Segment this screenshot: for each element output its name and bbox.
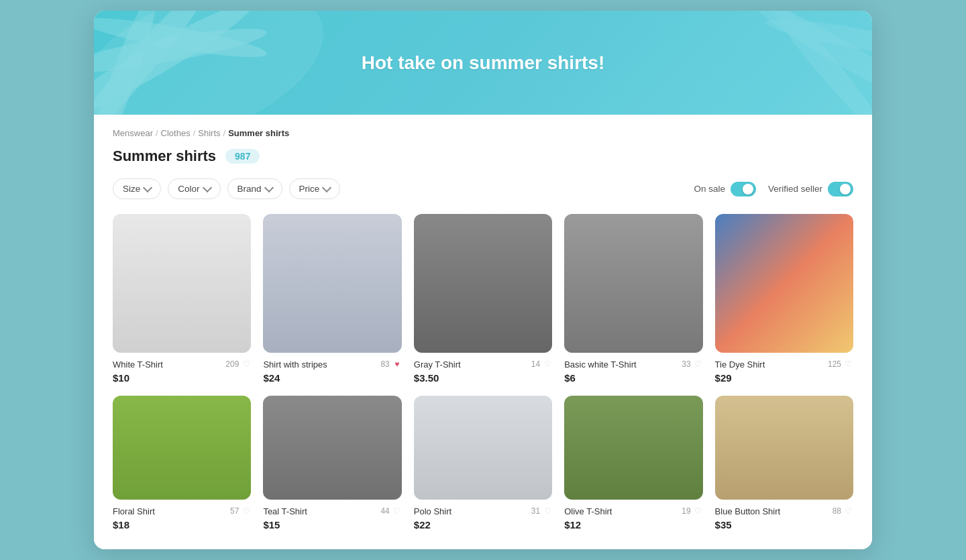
product-card[interactable]: Gray T-Shirt 14 ♡ $3.50 [414,214,552,383]
product-likes: 209 ♡ [225,359,251,369]
product-name: Blue Button Shirt [715,506,781,516]
product-name: Teal T-Shirt [263,506,307,516]
product-photo [414,214,552,352]
product-meta: Blue Button Shirt 88 ♡ [715,506,853,516]
breadcrumb-menswear[interactable]: Menswear [113,128,153,138]
product-image [715,396,853,500]
main-container: Hot take on summer shirts! Menswear / Cl… [94,11,872,549]
product-meta: Gray T-Shirt 14 ♡ [414,359,552,370]
products-grid: White T-Shirt 209 ♡ $10 Shirt with strip… [113,214,853,530]
product-name: Olive T-Shirt [564,506,612,516]
product-card[interactable]: Blue Button Shirt 88 ♡ $35 [715,396,853,530]
product-name: Polo Shirt [414,506,451,516]
hero-banner: Hot take on summer shirts! [94,11,872,115]
product-photo [564,214,702,352]
product-like-count: 31 [531,506,540,516]
product-photo [414,396,552,500]
price-filter-button[interactable]: Price [289,178,341,199]
verified-seller-toggle-group: Verified seller [768,182,853,197]
product-card[interactable]: White T-Shirt 209 ♡ $10 [113,214,251,383]
product-likes: 57 ♡ [230,506,251,516]
product-likes: 125 ♡ [828,359,853,369]
product-meta: White T-Shirt 209 ♡ [113,359,251,370]
product-card[interactable]: Polo Shirt 31 ♡ $22 [414,396,552,530]
product-meta: Olive T-Shirt 19 ♡ [564,506,702,516]
breadcrumb-shirts[interactable]: Shirts [198,128,220,138]
product-card[interactable]: Shirt with stripes 83 ♥ $24 [263,214,401,383]
on-sale-toggle-group: On sale [694,182,756,197]
product-image [564,214,702,352]
on-sale-toggle[interactable] [731,182,756,197]
product-price: $18 [113,519,251,530]
product-like-count: 83 [380,359,389,369]
product-likes: 83 ♥ [380,359,401,369]
product-likes: 88 ♡ [833,506,853,516]
heart-icon[interactable]: ♥ [392,359,402,369]
product-photo [263,396,401,500]
product-card[interactable]: Tie Dye Shirt 125 ♡ $29 [715,214,853,383]
breadcrumb-sep-2: / [193,128,196,138]
product-price: $35 [715,519,853,530]
brand-filter-label: Brand [237,184,262,194]
color-filter-button[interactable]: Color [168,178,220,199]
product-card[interactable]: Teal T-Shirt 44 ♡ $15 [263,396,401,530]
product-price: $6 [564,372,702,384]
product-like-count: 209 [225,359,239,369]
product-name: Gray T-Shirt [414,359,461,370]
heart-icon[interactable]: ♡ [543,359,552,369]
product-meta: Tie Dye Shirt 125 ♡ [715,359,853,370]
size-chevron-icon [143,183,152,192]
size-filter-button[interactable]: Size [113,178,161,199]
product-price: $12 [564,519,702,530]
product-card[interactable]: Floral Shirt 57 ♡ $18 [113,396,251,530]
product-like-count: 44 [380,506,389,516]
price-chevron-icon [322,183,331,192]
breadcrumb-sep-1: / [156,128,158,138]
product-price: $10 [113,372,251,384]
product-price: $3.50 [414,372,552,384]
heart-icon[interactable]: ♡ [844,359,853,369]
heart-icon[interactable]: ♡ [844,506,853,516]
product-meta: Basic white T-Shirt 33 ♡ [564,359,702,370]
heart-icon[interactable]: ♡ [543,506,552,516]
product-like-count: 125 [828,359,841,369]
product-likes: 44 ♡ [380,506,401,516]
product-card[interactable]: Basic white T-Shirt 33 ♡ $6 [564,214,702,383]
page-title: Summer shirts [113,148,216,165]
breadcrumb: Menswear / Clothes / Shirts / Summer shi… [113,128,853,138]
product-price: $15 [263,519,401,530]
product-meta: Teal T-Shirt 44 ♡ [263,506,401,516]
product-image [414,396,552,500]
product-likes: 33 ♡ [682,359,702,369]
heart-icon[interactable]: ♡ [694,506,703,516]
filters-bar: Size Color Brand Price On sale [113,178,853,199]
heart-icon[interactable]: ♡ [241,359,251,369]
verified-seller-toggle[interactable] [828,182,853,197]
product-name: Basic white T-Shirt [564,359,636,370]
hero-title: Hot take on summer shirts! [362,52,605,74]
product-name: Floral Shirt [113,506,155,516]
product-price: $24 [263,372,401,384]
color-chevron-icon [202,183,211,192]
product-image [113,396,251,500]
product-card[interactable]: Olive T-Shirt 19 ♡ $12 [564,396,702,530]
product-photo [564,396,702,500]
product-like-count: 88 [833,506,841,516]
heart-icon[interactable]: ♡ [241,506,251,516]
size-filter-label: Size [123,184,140,194]
heart-icon[interactable]: ♡ [694,359,703,369]
product-meta: Shirt with stripes 83 ♥ [263,359,401,370]
palm-left-icon [94,11,329,115]
verified-seller-label: Verified seller [768,184,822,194]
brand-filter-button[interactable]: Brand [227,178,282,199]
breadcrumb-clothes[interactable]: Clothes [161,128,191,138]
palm-right-icon [704,11,872,115]
product-photo [715,214,853,352]
product-meta: Polo Shirt 31 ♡ [414,506,552,516]
filters-left: Size Color Brand Price [113,178,340,199]
heart-icon[interactable]: ♡ [392,506,402,516]
on-sale-label: On sale [694,184,725,194]
page-header: Summer shirts 987 [113,148,853,165]
product-image [414,214,552,352]
product-likes: 31 ♡ [531,506,552,516]
